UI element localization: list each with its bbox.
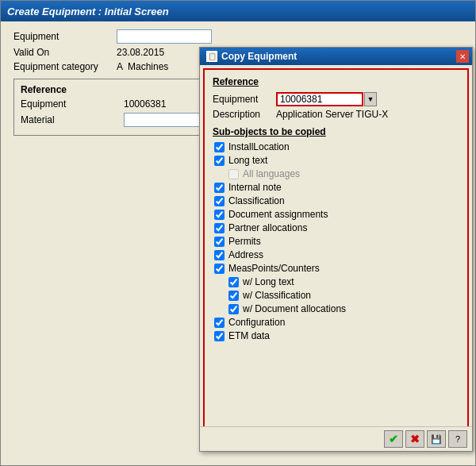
checkbox-label-documentAssignments: Document assignments bbox=[228, 209, 328, 220]
dialog-subobjects-section: Sub-objects to be copied InstallLocation… bbox=[213, 126, 459, 341]
ref-equipment-value: 10006381 bbox=[124, 98, 166, 110]
checkbox-label-address: Address bbox=[228, 249, 263, 260]
equipment-input[interactable] bbox=[117, 29, 212, 44]
dialog-title-icon: 📋 bbox=[206, 51, 217, 62]
checkbox-row-measPointsCounters: MeasPoints/Counters bbox=[213, 263, 459, 274]
dialog-description-row: Description Application Server TIGU-X bbox=[213, 109, 459, 120]
checkboxes-container: InstallLocationLong textAll languagesInt… bbox=[213, 141, 459, 341]
valid-on-value: 23.08.2015 bbox=[117, 47, 164, 58]
checkbox-row-documentAssignments: Document assignments bbox=[213, 209, 459, 220]
ref-material-label: Material bbox=[21, 114, 124, 125]
checkbox-label-wClassification: w/ Classification bbox=[243, 290, 311, 301]
checkbox-configuration[interactable] bbox=[214, 318, 225, 328]
checkbox-label-wDocumentAllocations: w/ Document allocations bbox=[243, 303, 346, 314]
checkbox-label-allLanguages: All languages bbox=[243, 168, 300, 179]
dialog-equipment-browse-button[interactable]: ▼ bbox=[364, 92, 377, 106]
checkbox-partnerAllocations[interactable] bbox=[214, 223, 225, 233]
checkbox-label-configuration: Configuration bbox=[228, 317, 285, 328]
checkbox-classification[interactable] bbox=[214, 196, 225, 206]
checkbox-label-internalNote: Internal note bbox=[228, 182, 282, 193]
checkbox-row-classification: Classification bbox=[213, 195, 459, 206]
checkbox-permits[interactable] bbox=[214, 237, 225, 247]
dialog-save-button[interactable]: 💾 bbox=[427, 430, 446, 448]
checkbox-row-configuration: Configuration bbox=[213, 317, 459, 328]
dialog-description-label: Description bbox=[213, 109, 276, 120]
main-title-bar: Create Equipment : Initial Screen bbox=[1, 1, 475, 21]
checkbox-internalNote[interactable] bbox=[214, 183, 225, 193]
checkbox-row-address: Address bbox=[213, 249, 459, 260]
equipment-category-code: A bbox=[117, 61, 123, 72]
dialog-reference-title: Reference bbox=[213, 76, 459, 87]
equipment-row: Equipment bbox=[13, 29, 463, 44]
checkbox-row-permits: Permits bbox=[213, 236, 459, 247]
equipment-label: Equipment bbox=[13, 31, 117, 42]
checkbox-label-partnerAllocations: Partner allocations bbox=[228, 222, 307, 233]
checkbox-label-wLongText: w/ Long text bbox=[243, 276, 294, 287]
dialog-subobjects-title: Sub-objects to be copied bbox=[213, 126, 459, 137]
copy-equipment-dialog: 📋 Copy Equipment ✕ Reference Equipment ▼… bbox=[199, 47, 473, 452]
checkbox-row-installLocation: InstallLocation bbox=[213, 141, 459, 152]
dialog-equipment-label: Equipment bbox=[213, 94, 276, 105]
dialog-close-button[interactable]: ✕ bbox=[456, 50, 469, 63]
checkbox-allLanguages bbox=[228, 169, 239, 179]
dialog-confirm-button[interactable]: ✔ bbox=[384, 430, 403, 448]
checkbox-address[interactable] bbox=[214, 250, 225, 260]
checkbox-row-allLanguages: All languages bbox=[213, 168, 459, 179]
checkbox-wClassification[interactable] bbox=[228, 291, 239, 301]
checkbox-installLocation[interactable] bbox=[214, 142, 225, 152]
dialog-help-button[interactable]: ? bbox=[448, 430, 467, 448]
dialog-reference-group: Reference Equipment ▼ Description Applic… bbox=[213, 76, 459, 120]
checkbox-row-partnerAllocations: Partner allocations bbox=[213, 222, 459, 233]
dialog-equipment-row: Equipment ▼ bbox=[213, 92, 459, 106]
checkbox-label-etmData: ETM data bbox=[228, 330, 270, 341]
checkbox-row-internalNote: Internal note bbox=[213, 182, 459, 193]
main-title: Create Equipment : Initial Screen bbox=[7, 6, 169, 17]
dialog-body: Reference Equipment ▼ Description Applic… bbox=[203, 68, 469, 448]
equipment-category-name: Machines bbox=[128, 61, 168, 72]
checkbox-row-wClassification: w/ Classification bbox=[213, 290, 459, 301]
checkbox-row-wLongText: w/ Long text bbox=[213, 276, 459, 287]
dialog-cancel-button[interactable]: ✖ bbox=[405, 430, 424, 448]
checkbox-row-etmData: ETM data bbox=[213, 330, 459, 341]
ref-material-input[interactable] bbox=[124, 113, 203, 127]
checkbox-label-classification: Classification bbox=[228, 195, 285, 206]
checkbox-label-measPointsCounters: MeasPoints/Counters bbox=[228, 263, 320, 274]
checkbox-documentAssignments[interactable] bbox=[214, 210, 225, 220]
checkbox-label-installLocation: InstallLocation bbox=[228, 141, 290, 152]
equipment-category-label: Equipment category bbox=[13, 61, 117, 72]
valid-on-label: Valid On bbox=[13, 47, 117, 58]
checkbox-wLongText[interactable] bbox=[228, 277, 239, 287]
dialog-description-value: Application Server TIGU-X bbox=[276, 109, 388, 120]
ref-equipment-label: Equipment bbox=[21, 98, 124, 110]
main-window: Create Equipment : Initial Screen Equipm… bbox=[0, 0, 476, 466]
dialog-title-bar: 📋 Copy Equipment ✕ bbox=[200, 48, 472, 65]
checkbox-longText[interactable] bbox=[214, 156, 225, 166]
checkbox-measPointsCounters[interactable] bbox=[214, 264, 225, 274]
dialog-footer: ✔ ✖ 💾 ? bbox=[200, 426, 472, 451]
dialog-equipment-input[interactable] bbox=[276, 92, 363, 106]
checkbox-wDocumentAllocations[interactable] bbox=[228, 304, 239, 314]
checkbox-etmData[interactable] bbox=[214, 331, 225, 341]
checkbox-row-wDocumentAllocations: w/ Document allocations bbox=[213, 303, 459, 314]
dialog-title: Copy Equipment bbox=[221, 51, 297, 62]
checkbox-row-longText: Long text bbox=[213, 155, 459, 166]
checkbox-label-permits: Permits bbox=[228, 236, 261, 247]
checkbox-label-longText: Long text bbox=[228, 155, 267, 166]
